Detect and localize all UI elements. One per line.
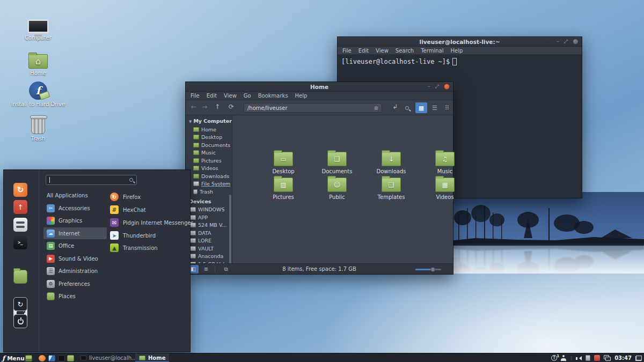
sidebar-item-desktop[interactable]: Desktop — [186, 134, 232, 142]
text-editor-launcher[interactable] — [48, 353, 55, 362]
maximize-icon[interactable]: ⤢ — [564, 39, 568, 44]
folder-documents[interactable]: ❏ Documents — [310, 152, 364, 174]
sidebar-device-lore[interactable]: LORE — [186, 237, 232, 245]
menu-go[interactable]: Go — [244, 93, 251, 99]
compact-view-button[interactable]: ⠿ — [441, 102, 453, 113]
sidebar-item-music[interactable]: Music — [186, 149, 232, 157]
menu-view[interactable]: View — [376, 48, 389, 54]
menu-terminal[interactable]: Terminal — [421, 48, 443, 54]
terminal-icon[interactable]: >_ — [13, 235, 27, 249]
folder-desktop[interactable]: ▭ Desktop — [257, 152, 310, 174]
settings-icon[interactable] — [13, 218, 27, 232]
file-manager-titlebar[interactable]: Home – ⤢ — [186, 82, 453, 92]
forward-icon[interactable]: → — [202, 104, 207, 110]
folder-view[interactable]: ▭ Desktop ❏ Documents ↓ Downloads ♫ Musi… — [232, 115, 453, 263]
terminal-titlebar[interactable]: liveuser@localhost-live:~ – ⤢ — [338, 37, 582, 47]
back-icon[interactable]: ← — [191, 104, 196, 110]
sidebar-item-documents[interactable]: Documents — [186, 141, 232, 149]
menu-search-input[interactable] — [46, 175, 137, 185]
menu-help[interactable]: Help — [295, 93, 308, 99]
toggle-location-entry-icon[interactable]: ↲ — [392, 104, 398, 110]
menu-edit[interactable]: Edit — [207, 93, 217, 99]
clear-path-icon[interactable]: ⊗ — [374, 105, 378, 111]
bluetooth-icon[interactable]: ᛒ — [570, 355, 573, 361]
clock[interactable]: 03:47 — [614, 355, 632, 361]
notifications-icon[interactable]: !1 — [551, 355, 557, 361]
menu-button[interactable]: ƒ Menu — [2, 353, 25, 362]
grid-view-button[interactable]: ▦ — [415, 102, 427, 113]
folder-downloads[interactable]: ↓ Downloads — [364, 152, 418, 174]
sidebar-device-windows[interactable]: WINDOWS — [186, 206, 232, 214]
tray-app-icon[interactable] — [594, 355, 600, 361]
sidebar-item-downloads[interactable]: Downloads — [186, 172, 232, 180]
app-firefox[interactable]: ↻Firefox — [107, 191, 191, 203]
network-icon[interactable] — [604, 355, 611, 361]
firefox-icon[interactable]: ↻ — [13, 183, 27, 197]
up-icon[interactable]: ↑ — [215, 104, 220, 110]
category-office[interactable]: ▤Office — [43, 240, 107, 252]
folder-music[interactable]: ♫ Music — [418, 152, 472, 174]
minimize-icon[interactable]: – — [428, 84, 430, 89]
folder-public[interactable]: ☺ Public — [310, 178, 364, 200]
menu-help[interactable]: Help — [450, 48, 463, 54]
category-graphics[interactable]: Graphics — [43, 215, 107, 226]
sidebar-device-anaconda[interactable]: Anaconda — [186, 253, 232, 261]
sidebar-item-home[interactable]: Home — [186, 125, 232, 134]
zoom-slider-handle[interactable] — [430, 267, 435, 272]
zoom-slider[interactable] — [415, 269, 441, 270]
files-launcher[interactable] — [67, 353, 74, 362]
sidebar-section-header[interactable]: ▼My Computer — [186, 115, 232, 125]
app-thunderbird[interactable]: ➤Thunderbird — [107, 230, 191, 241]
sidebar-item-trash[interactable]: Trash — [186, 188, 232, 196]
files-icon[interactable] — [13, 270, 27, 284]
menu-file[interactable]: File — [191, 93, 200, 99]
task-terminal[interactable]: liveuser@localh... — [77, 353, 141, 362]
category-preferences[interactable]: ⚙Preferences — [43, 278, 107, 290]
category-all-applications[interactable]: All Applications — [43, 189, 107, 201]
volume-icon[interactable] — [577, 356, 582, 360]
close-icon[interactable] — [573, 39, 579, 45]
maximize-icon[interactable]: ⤢ — [435, 84, 439, 89]
close-icon[interactable] — [444, 84, 450, 90]
category-internet[interactable]: ☁Internet — [43, 227, 107, 239]
category-sound-video[interactable]: ▶Sound & Video — [43, 253, 107, 264]
menu-file[interactable]: File — [342, 48, 352, 54]
removable-media-icon[interactable] — [586, 355, 590, 361]
firefox-launcher[interactable] — [39, 353, 46, 362]
search-icon[interactable] — [405, 105, 409, 111]
user-applet-icon[interactable] — [561, 355, 566, 361]
sidebar-device-data[interactable]: DATA — [186, 229, 232, 237]
folder-templates[interactable]: ❑ Templates — [364, 178, 418, 200]
software-updater-icon[interactable]: ↑ — [13, 200, 27, 214]
app-transmission[interactable]: ▲Transmission — [107, 242, 191, 254]
logout-icon[interactable]: ↻ — [13, 297, 27, 311]
sidebar-item-file-system[interactable]: File System — [186, 180, 232, 188]
task-home[interactable]: Home — [135, 353, 169, 362]
desktop-icon-home[interactable]: ⌂ Home — [9, 48, 68, 76]
menu-search[interactable]: Search — [396, 48, 414, 54]
menu-bookmarks[interactable]: Bookmarks — [258, 93, 288, 99]
folder-pictures[interactable]: ▨ Pictures — [257, 178, 310, 200]
window-list-icon[interactable] — [635, 356, 642, 361]
desktop-icon-trash[interactable]: Trash — [9, 114, 68, 142]
minimize-icon[interactable]: – — [557, 39, 559, 44]
menu-view[interactable]: View — [224, 93, 237, 99]
folder-videos[interactable]: ▦ Videos — [418, 178, 472, 200]
terminal-launcher[interactable] — [58, 353, 65, 362]
menu-edit[interactable]: Edit — [358, 48, 369, 54]
app-pidgin[interactable]: ✉Pidgin Internet Messenger — [107, 217, 191, 228]
sidebar-device-vault[interactable]: VAULT — [186, 245, 232, 253]
sidebar-scrollbar[interactable] — [229, 195, 231, 263]
shutdown-icon[interactable] — [13, 314, 27, 328]
category-accessories[interactable]: ✂Accessories — [43, 202, 107, 214]
desktop-icon-install[interactable]: f Install to Hard Drive — [9, 79, 68, 107]
refresh-icon[interactable]: ⟳ — [229, 104, 234, 110]
location-bar[interactable]: /home/liveuser ⊗ — [244, 103, 382, 113]
terminal-output[interactable]: [liveuser@localhost-live ~]$ — [338, 55, 582, 65]
category-places[interactable]: Places — [43, 290, 107, 302]
app-hexchat[interactable]: #HexChat — [107, 204, 191, 216]
sidebar-item-pictures[interactable]: Pictures — [186, 157, 232, 165]
sidebar-item-videos[interactable]: Videos — [186, 165, 232, 173]
desktop-icon-computer[interactable]: Computer — [9, 13, 68, 41]
show-desktop-button[interactable] — [25, 353, 32, 362]
